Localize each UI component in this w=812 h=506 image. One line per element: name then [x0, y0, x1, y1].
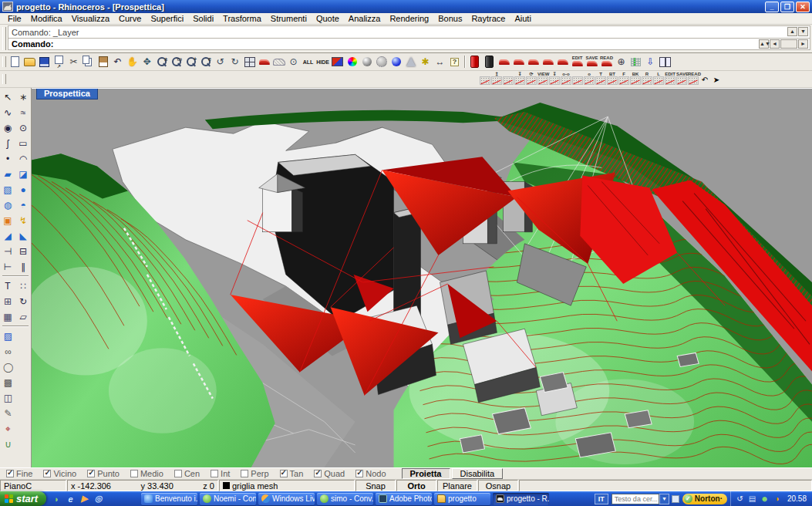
task-windows-live[interactable]: Windows Liv... — [258, 493, 315, 505]
color-wheel-icon[interactable] — [345, 55, 359, 69]
osnap-int[interactable]: Int — [211, 469, 230, 478]
start-button[interactable]: start — [0, 491, 46, 506]
rectangle-icon[interactable]: ▭ — [16, 136, 31, 150]
command-scroll-track[interactable] — [780, 39, 797, 49]
search-minimize-button[interactable] — [672, 495, 679, 503]
mesh-tool-4-icon[interactable]: ↧ — [514, 72, 525, 86]
mesh-tools-icon[interactable]: ∪ — [1, 437, 15, 451]
task-adobe-photoshop[interactable]: Adobe Photo... — [376, 493, 432, 505]
osnap-tan[interactable]: Tan — [280, 469, 304, 478]
task-progetto-folder[interactable]: progetto — [434, 493, 490, 505]
menu-strumenti[interactable]: Strumenti — [266, 13, 312, 25]
mesh-tool-9-icon[interactable]: o — [584, 72, 595, 86]
interpolate-curve-icon[interactable]: ≈ — [16, 105, 31, 120]
surface-tools-icon[interactable]: ▨ — [1, 329, 15, 343]
menu-trasforma[interactable]: Trasforma — [218, 13, 266, 25]
osnap-checkbox[interactable] — [6, 470, 14, 477]
array-icon[interactable]: ⊞ — [1, 294, 15, 309]
command-scroll-right[interactable]: ► — [798, 39, 808, 49]
mesh-save-icon[interactable]: SAVE — [676, 72, 687, 86]
render-car-1-icon[interactable] — [497, 55, 511, 69]
redo-view-icon[interactable]: ↻ — [227, 55, 242, 69]
zoom-in-icon[interactable]: + — [184, 55, 198, 69]
tray-update-icon[interactable]: ↺ — [735, 494, 745, 504]
hide-icon[interactable]: HIDE — [315, 55, 330, 69]
mesh-edit-icon[interactable]: EDIT — [665, 72, 676, 86]
cut-icon[interactable]: ✂ — [66, 55, 81, 69]
render-car-5-icon[interactable] — [555, 55, 570, 69]
dimension-icon[interactable]: ↔ — [433, 55, 447, 69]
export-icon[interactable]: ↗ — [52, 55, 66, 69]
new-file-icon[interactable] — [8, 55, 22, 69]
menu-superfici[interactable]: Superfici — [146, 13, 188, 25]
hatch-icon[interactable]: ▩ — [1, 375, 15, 390]
spotlight-icon[interactable] — [403, 55, 418, 69]
command-spinner[interactable]: ▲▼ — [759, 39, 769, 49]
search-dropdown-button[interactable]: ▼ — [659, 494, 669, 504]
viewport-split-icon[interactable] — [658, 55, 672, 69]
render-window-icon[interactable]: ⊙ — [286, 55, 301, 69]
crosshair-icon[interactable]: ⊕ — [614, 55, 628, 69]
mirror-icon[interactable]: ◫ — [1, 390, 15, 405]
mesh-tool-3-icon[interactable] — [503, 72, 514, 86]
trim-icon[interactable]: ⊣ — [1, 244, 15, 258]
chamfer-icon[interactable]: ◣ — [16, 228, 31, 243]
menu-quote[interactable]: Quote — [312, 13, 344, 25]
mesh-view-icon[interactable]: VIEW — [537, 72, 548, 86]
mesh-undo-icon[interactable]: ↶ — [699, 72, 710, 86]
point-cloud-icon[interactable]: ∷ — [16, 278, 31, 293]
mesh-top-icon[interactable]: T — [595, 72, 606, 86]
quicklaunch-mediaplayer-icon[interactable]: ▶ — [79, 493, 90, 504]
menu-curve[interactable]: Curve — [114, 13, 146, 25]
target-icon[interactable]: ⌖ — [1, 421, 15, 436]
render-icon[interactable] — [257, 55, 271, 69]
command-scroll-left[interactable]: ◄ — [770, 39, 780, 49]
layer-pane[interactable]: griglia mesh — [219, 480, 355, 491]
menu-raytrace[interactable]: Raytrace — [467, 13, 510, 25]
render-preview-icon[interactable] — [271, 55, 286, 69]
menu-solidi[interactable]: Solidi — [188, 13, 218, 25]
box-icon[interactable]: ▧ — [1, 182, 15, 197]
surface-icon[interactable]: ▰ — [1, 167, 15, 181]
planare-pane[interactable]: Planare — [437, 480, 477, 491]
osnap-punto[interactable]: Punto — [87, 469, 120, 478]
cplane-arrow-icon[interactable]: ⇩ — [643, 55, 658, 69]
perspective-viewport[interactable]: Prospettica — [32, 88, 812, 467]
osnap-checkbox[interactable] — [87, 470, 95, 477]
menu-rendering[interactable]: Rendering — [385, 13, 433, 25]
osnap-checkbox[interactable] — [130, 470, 138, 477]
command-history-scroll-down[interactable]: ▼ — [798, 27, 808, 36]
ghosted-view-icon[interactable] — [374, 55, 389, 69]
osnap-quad[interactable]: Quad — [314, 469, 345, 478]
explode-icon[interactable]: ↯ — [16, 213, 31, 228]
proietta-button[interactable]: Proietta — [402, 468, 450, 479]
tray-display-icon[interactable]: ▤ — [747, 494, 757, 504]
osnap-checkbox[interactable] — [280, 470, 288, 477]
menu-analizza[interactable]: Analizza — [344, 13, 386, 25]
arc-icon[interactable]: ◠ — [16, 151, 31, 166]
freeform-curve-icon[interactable]: ʃ — [1, 136, 15, 150]
norton-toolbar[interactable]: ✓ Norton· — [682, 494, 727, 504]
osnap-fine[interactable]: Fine — [6, 469, 32, 478]
battery-red-icon[interactable] — [467, 55, 482, 69]
osnap-checkbox[interactable] — [241, 470, 248, 477]
task-benvenuto[interactable]: Benvenuto i... — [141, 493, 197, 505]
mesh-tool-1-icon[interactable] — [480, 72, 490, 86]
menu-aiuti[interactable]: Aiuti — [510, 13, 535, 25]
mesh-tool-5-icon[interactable]: ⟳ — [526, 72, 537, 86]
menu-visualizza[interactable]: Visualizza — [67, 13, 114, 25]
language-indicator[interactable]: IT — [595, 494, 608, 504]
mesh-right-icon[interactable]: R — [642, 72, 652, 86]
osnap-checkbox[interactable] — [314, 470, 322, 477]
menu-modifica[interactable]: Modifica — [26, 13, 67, 25]
osnap-checkbox[interactable] — [355, 470, 363, 477]
sphere-icon[interactable]: ● — [16, 182, 31, 197]
loft-icon[interactable]: ◪ — [16, 167, 31, 181]
circle-tools-icon[interactable]: ◯ — [1, 359, 15, 374]
circle-icon[interactable]: ◉ — [1, 120, 15, 135]
help-icon[interactable]: ? — [447, 55, 462, 69]
pointer-tool-icon[interactable]: ➤ — [711, 72, 722, 86]
tray-messenger-icon[interactable]: ☻ — [760, 494, 770, 504]
open-file-icon[interactable] — [22, 55, 37, 69]
snap-pane[interactable]: Snap — [355, 480, 396, 491]
